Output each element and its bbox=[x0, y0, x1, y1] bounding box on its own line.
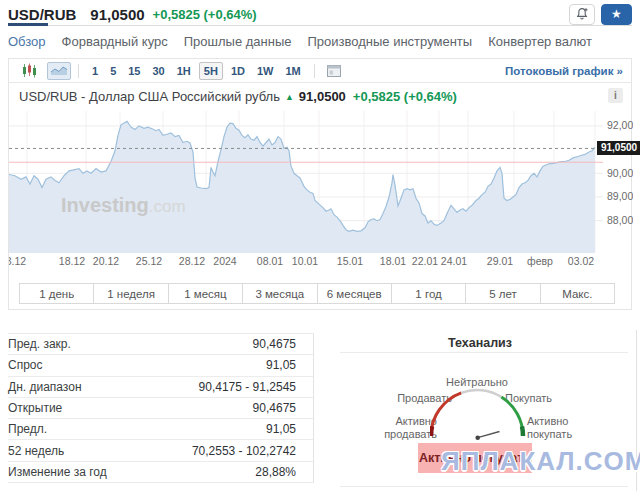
tab-производные-инструменты[interactable]: Производные инструменты bbox=[307, 34, 472, 49]
interval-5h[interactable]: 5H bbox=[199, 62, 223, 80]
price-change: +0,5825 (+0,64%) bbox=[153, 7, 257, 22]
svg-text:22.01: 22.01 bbox=[412, 255, 438, 267]
investing-watermark-light: .com bbox=[149, 197, 186, 216]
stats-label: Предл. bbox=[8, 422, 47, 436]
stats-value: 28,88% bbox=[255, 465, 313, 479]
interval-1d[interactable]: 1D bbox=[227, 63, 249, 79]
info-icon[interactable]: i bbox=[608, 88, 623, 103]
range-1-год[interactable]: 1 год bbox=[392, 284, 466, 303]
stats-row: Дн. диапазон90,4175 - 91,2545 bbox=[8, 377, 313, 398]
streaming-chart-link[interactable]: Потоковый график » bbox=[505, 65, 623, 77]
candlestick-glyph bbox=[22, 63, 37, 78]
stats-label: Дн. диапазон bbox=[8, 380, 82, 394]
stats-row: Спрос91,05 bbox=[8, 355, 313, 376]
compare-calendar-icon[interactable] bbox=[322, 62, 346, 80]
bell-plus-icon bbox=[575, 7, 589, 21]
range-макс[interactable]: Макс. bbox=[541, 284, 614, 303]
stats-label: 52 недель bbox=[8, 444, 64, 458]
tab-конвертер-валют[interactable]: Конвертер валют bbox=[488, 34, 592, 49]
svg-text:13.12: 13.12 bbox=[9, 255, 26, 267]
svg-text:20.12: 20.12 bbox=[93, 255, 119, 267]
interval-1m[interactable]: 1M bbox=[281, 63, 304, 79]
investing-watermark: Investing.com bbox=[61, 194, 186, 217]
stats-label: Изменение за год bbox=[8, 465, 107, 479]
stats-value: 91,05 bbox=[266, 422, 313, 436]
x-axis-labels: 13.1218.1220.1225.1228.12202408.0110.011… bbox=[9, 255, 633, 269]
svg-text:29.01: 29.01 bbox=[487, 255, 513, 267]
gauge-label-active-sell-line1: Активно bbox=[340, 415, 437, 428]
range-3-месяца[interactable]: 3 месяца bbox=[243, 284, 317, 303]
toolbar-separator-2 bbox=[314, 64, 315, 78]
stats-value: 91,05 bbox=[266, 358, 313, 372]
stats-label: Пред. закр. bbox=[8, 337, 71, 351]
header-divider-accent bbox=[8, 23, 48, 26]
current-price-badge: 91,0500 bbox=[597, 141, 640, 155]
interval-buttons: 1515301H5H1D1W1M bbox=[86, 62, 307, 80]
tech-divider-top bbox=[340, 352, 628, 353]
instrument-header: USD/RUB 91,0500 +0,5825 (+0,64%) ★ bbox=[8, 4, 632, 24]
chart-title-row: USD/RUB - Доллар США Российский рубль ▲ … bbox=[19, 89, 457, 104]
gauge-pivot bbox=[475, 435, 480, 440]
alert-bell-button[interactable] bbox=[569, 4, 595, 25]
stats-row: Открытие90,4675 bbox=[8, 398, 313, 419]
stats-row: Предл.91,05 bbox=[8, 419, 313, 440]
range-1-месяц[interactable]: 1 месяц bbox=[169, 284, 243, 303]
watchlist-star-button[interactable]: ★ bbox=[601, 4, 632, 25]
stats-value: 90,4675 bbox=[253, 401, 313, 415]
chart-price: 91,0500 bbox=[299, 89, 346, 104]
area-glyph bbox=[51, 65, 67, 76]
interval-30[interactable]: 30 bbox=[149, 63, 169, 79]
svg-text:10.01: 10.01 bbox=[292, 255, 318, 267]
stats-value: 70,2553 - 102,2742 bbox=[192, 444, 313, 458]
header-divider bbox=[8, 25, 632, 26]
svg-text:2024: 2024 bbox=[213, 255, 237, 267]
gauge-needle bbox=[478, 432, 500, 438]
range-1-день[interactable]: 1 день bbox=[20, 284, 94, 303]
svg-text:18.12: 18.12 bbox=[59, 255, 85, 267]
gauge-label-active-sell: Активно продавать bbox=[340, 415, 437, 441]
stats-table: Пред. закр.90,4675Спрос91,05Дн. диапазон… bbox=[8, 333, 314, 483]
svg-text:88,00: 88,00 bbox=[607, 214, 633, 226]
price-chart-canvas[interactable]: 92,0090,0089,0088,00 bbox=[9, 107, 633, 255]
site-watermark: ЯПЛАКАЛ.COM bbox=[441, 446, 640, 477]
chart-change: +0,5825 (+0,64%) bbox=[353, 89, 457, 104]
chart-title: USD/RUB - Доллар США Российский рубль bbox=[19, 89, 280, 104]
svg-text:15.01: 15.01 bbox=[337, 255, 363, 267]
gauge-label-active-buy-line1: Активно bbox=[527, 415, 572, 428]
last-price: 91,0500 bbox=[90, 6, 144, 23]
range-1-неделя[interactable]: 1 неделя bbox=[94, 284, 168, 303]
range-buttons: 1 день1 неделя1 месяц3 месяца6 месяцев1 … bbox=[19, 283, 615, 304]
svg-text:25.12: 25.12 bbox=[136, 255, 162, 267]
range-5-лет[interactable]: 5 лет bbox=[466, 284, 540, 303]
svg-text:89,00: 89,00 bbox=[607, 190, 633, 202]
stats-value: 90,4175 - 91,2545 bbox=[199, 380, 313, 394]
calendar-glyph bbox=[327, 65, 341, 77]
svg-text:24.01: 24.01 bbox=[441, 255, 467, 267]
svg-text:февр: февр bbox=[527, 255, 553, 267]
star-icon: ★ bbox=[611, 7, 622, 21]
tab-форвардный-курс[interactable]: Форвардный курс bbox=[62, 34, 168, 49]
tech-divider-bottom bbox=[340, 486, 628, 487]
svg-text:03.02: 03.02 bbox=[568, 255, 594, 267]
interval-15[interactable]: 15 bbox=[124, 63, 144, 79]
tab-прошлые-данные[interactable]: Прошлые данные bbox=[184, 34, 292, 49]
investing-watermark-bold: Investing bbox=[61, 194, 149, 216]
svg-text:18.01: 18.01 bbox=[380, 255, 406, 267]
stats-label: Спрос bbox=[8, 358, 43, 372]
area-chart-icon[interactable] bbox=[47, 62, 71, 80]
range-6-месяцев[interactable]: 6 месяцев bbox=[318, 284, 392, 303]
tab-обзор[interactable]: Обзор bbox=[8, 34, 46, 49]
interval-1w[interactable]: 1W bbox=[253, 63, 278, 79]
tech-analysis-title: Теханализ bbox=[340, 336, 620, 350]
svg-text:28.12: 28.12 bbox=[179, 255, 205, 267]
interval-1h[interactable]: 1H bbox=[173, 63, 195, 79]
interval-5[interactable]: 5 bbox=[106, 63, 120, 79]
stats-label: Открытие bbox=[8, 401, 62, 415]
page: USD/RUB 91,0500 +0,5825 (+0,64%) ★ Обзор… bbox=[0, 0, 640, 491]
svg-text:90,00: 90,00 bbox=[607, 167, 633, 179]
interval-1[interactable]: 1 bbox=[88, 63, 102, 79]
candlestick-chart-icon[interactable] bbox=[17, 62, 41, 80]
gauge-label-active-buy: Активно покупать bbox=[527, 415, 572, 441]
chart-card: 1515301H5H1D1W1M Потоковый график » USD/… bbox=[8, 58, 632, 310]
gauge-label-active-buy-line2: покупать bbox=[527, 428, 572, 441]
